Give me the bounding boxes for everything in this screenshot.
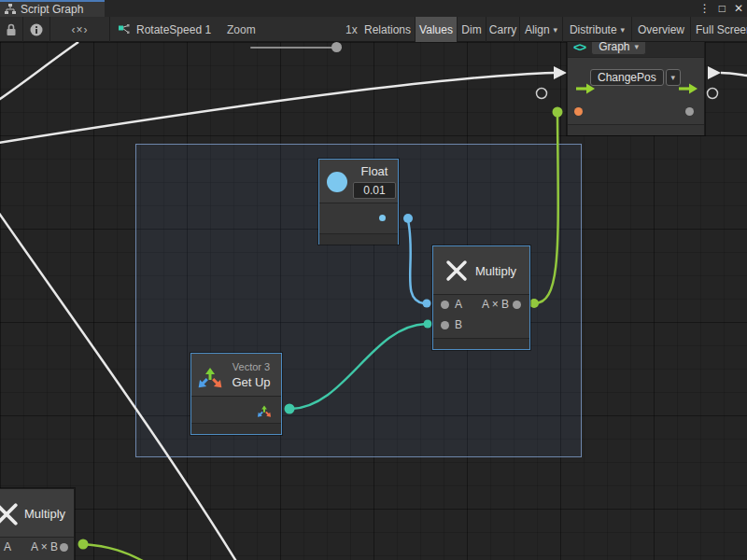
multiply-output-label: A × B [475, 298, 509, 311]
flow-wire-out-right[interactable] [721, 73, 747, 76]
chevron-down-icon: ▾ [621, 25, 626, 35]
multiply-b-port[interactable] [441, 321, 449, 329]
align-dropdown[interactable]: Align▾ [520, 17, 563, 42]
wire-end-float [403, 214, 413, 223]
float-node-title: Float [353, 164, 396, 178]
wire-end-multiply-b [424, 320, 432, 329]
graph-hierarchy-icon [5, 4, 16, 15]
flow-wire-topleft[interactable] [0, 42, 78, 103]
overview-button[interactable]: Overview [632, 17, 691, 42]
multiply-icon [0, 502, 19, 526]
wire-end-changepos [553, 107, 563, 118]
tab-script-graph[interactable]: Script Graph [0, 0, 105, 17]
zoom-slider-track[interactable] [250, 47, 342, 49]
wire-multiply-to-changepos[interactable] [534, 116, 558, 303]
carry-toggle[interactable]: Carry [486, 17, 520, 42]
window-controls: ⋮ □ ✕ [699, 0, 743, 17]
lock-button[interactable] [0, 17, 23, 42]
float-node-body [319, 203, 398, 233]
vector-node-type: Vector 3 [225, 361, 277, 372]
unconnected-port-ring-right[interactable] [708, 89, 718, 99]
multiply-a-label: A [455, 298, 462, 311]
maximize-button[interactable]: □ [719, 0, 726, 17]
graph-event-node[interactable]: <> Graph▾ ChangePos ▾ [567, 35, 705, 135]
vector3-getup-node[interactable]: Vector 3 Get Up [190, 353, 282, 435]
changepos-label: ChangePos [598, 70, 656, 85]
vector-node-header: Vector 3 Get Up [191, 354, 281, 397]
distribute-dropdown[interactable]: Distribute▾ [563, 17, 632, 42]
window-menu-button[interactable]: ⋮ [699, 0, 711, 17]
graph-name-label: RotateSpeed 1 [136, 23, 211, 36]
fullscreen-button[interactable]: Full Screen [691, 17, 747, 42]
multiply2-header: Multiply [0, 489, 74, 538]
tab-title: Script Graph [21, 3, 83, 16]
float-type-icon [327, 172, 347, 192]
zoom-label: Zoom [227, 23, 256, 36]
float-out-port[interactable] [379, 215, 386, 221]
flow-out-port-icon[interactable] [679, 83, 698, 94]
toolbar-buttons: Relations Values Dim Carry Align▾ Distri… [360, 17, 747, 42]
multiply-node-footer [433, 338, 529, 349]
toolbar: ‹×› RotateSpeed 1 Zoom 1x Relations Valu… [0, 17, 747, 42]
tab-bar: Script Graph ⋮ □ ✕ [0, 0, 747, 17]
multiply-node-body: A A × B B [433, 295, 529, 338]
wire-getup-to-multiply-b[interactable] [291, 324, 426, 409]
multiply-a-port[interactable] [441, 301, 449, 309]
chevron-down-icon: ▾ [554, 25, 558, 35]
wire-multiply2-out[interactable] [83, 544, 143, 560]
float-node[interactable]: Float 0.01 [318, 159, 399, 245]
flow-arrow-in-icon [554, 66, 567, 79]
multiply2-a-label: A [4, 540, 11, 553]
lock-icon [6, 23, 17, 36]
value-in-port[interactable] [574, 107, 583, 116]
wire-end-multiply-out [529, 299, 539, 308]
flow-wire-to-graph-node[interactable] [0, 73, 554, 144]
float-value-input[interactable]: 0.01 [353, 182, 396, 199]
wire-end-multiply-a [423, 300, 431, 308]
changepos-caret-button[interactable]: ▾ [666, 69, 681, 86]
graph-asset-icon [119, 24, 130, 35]
chevron-down-icon: ▾ [670, 73, 675, 82]
unconnected-port-ring-left[interactable] [537, 89, 547, 99]
changepos-dropdown[interactable]: ChangePos [590, 69, 664, 86]
info-icon [30, 23, 43, 36]
vector-node-footer [191, 423, 281, 434]
values-toggle[interactable]: Values [416, 17, 458, 42]
code-brackets-icon: ‹×› [72, 23, 89, 36]
wire-float-to-multiply-a[interactable] [408, 220, 424, 303]
multiply2-node-title: Multiply [24, 507, 65, 521]
wire-end-getup [285, 404, 295, 414]
zoom-slider-handle[interactable] [331, 42, 342, 52]
graph-node-footer [568, 124, 704, 135]
float-node-header: Float 0.01 [319, 160, 398, 203]
multiply2-output-label: A × B [24, 540, 58, 553]
multiply2-body: A A × B [0, 538, 74, 560]
multiply-b-label: B [455, 318, 462, 331]
multiply-node-2[interactable]: Multiply A A × B [0, 488, 75, 560]
wire-end-multiply2-out [78, 539, 89, 550]
multiply-out-port[interactable] [513, 301, 521, 309]
info-button[interactable] [23, 17, 50, 42]
multiply-node-title: Multiply [475, 264, 516, 278]
value-out-port[interactable] [685, 107, 694, 116]
float-node-footer [319, 233, 398, 245]
vector3-out-port-icon[interactable] [257, 402, 272, 417]
flow-arrow-out-icon [708, 66, 721, 79]
code-preview-button[interactable]: ‹×› [50, 17, 110, 42]
graph-breadcrumb[interactable]: RotateSpeed 1 [119, 17, 211, 42]
close-button[interactable]: ✕ [734, 0, 743, 17]
relations-toggle[interactable]: Relations [360, 17, 416, 42]
script-graph-window: <> Graph▾ ChangePos ▾ Float 0.01 [0, 0, 747, 560]
dim-toggle[interactable]: Dim [458, 17, 486, 42]
graph-node-body: ChangePos ▾ [568, 58, 704, 124]
multiply2-out-port[interactable] [60, 543, 68, 552]
multiply-node-header: Multiply [433, 246, 529, 295]
multiply-node[interactable]: Multiply A A × B B [432, 245, 530, 350]
multiply-icon [445, 259, 468, 282]
zoom-value: 1x [345, 23, 358, 36]
vector-node-title: Get Up [225, 375, 277, 389]
vector-node-body [191, 397, 281, 423]
vector3-icon [197, 362, 223, 388]
